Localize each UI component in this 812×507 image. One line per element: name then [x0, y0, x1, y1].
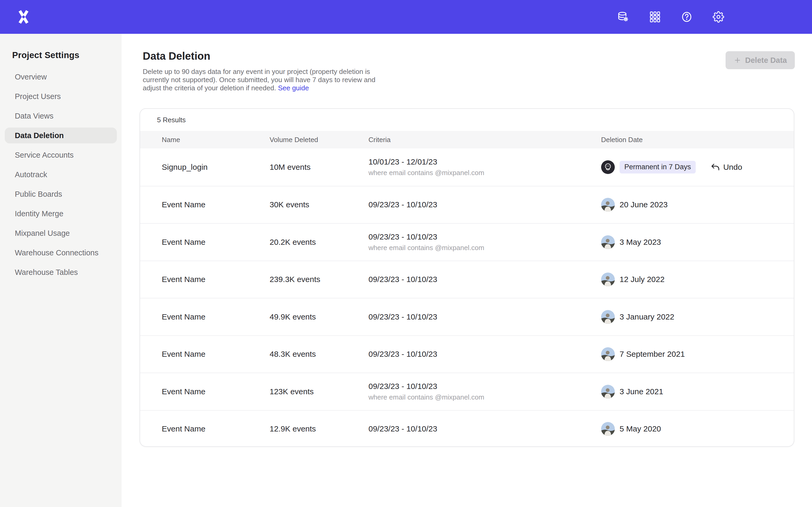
row-name: Signup_login [140, 163, 270, 172]
row-name: Event Name [140, 425, 270, 433]
see-guide-link[interactable]: See guide [278, 84, 309, 92]
sidebar-item-label: Mixpanel Usage [15, 229, 70, 238]
sidebar-item-overview[interactable]: Overview [0, 67, 121, 87]
avatar [601, 160, 615, 174]
row-criteria: 09/23/23 - 10/10/23 [368, 425, 601, 433]
table-row: Event Name 20.2K events 09/23/23 - 10/10… [140, 223, 794, 261]
row-volume: 20.2K events [270, 238, 368, 247]
row-criteria-sub: where email contains @mixpanel.com [368, 393, 601, 401]
row-criteria: 09/23/23 - 10/10/23 [368, 275, 601, 284]
sidebar-item-service-accounts[interactable]: Service Accounts [0, 145, 121, 165]
column-header-criteria: Criteria [368, 136, 601, 144]
mixpanel-logo[interactable] [17, 10, 30, 24]
sidebar-item-label: Autotrack [15, 170, 47, 179]
row-volume: 10M events [270, 163, 368, 172]
avatar [601, 273, 615, 286]
avatar [601, 235, 615, 249]
sidebar-item-warehouse-tables[interactable]: Warehouse Tables [0, 263, 121, 282]
row-criteria: 09/23/23 - 10/10/23 [368, 350, 601, 358]
row-criteria-sub: where email contains @mixpanel.com [368, 169, 601, 177]
sidebar-nav: Overview Project Users Data Views Data D… [0, 67, 121, 282]
deletion-date: 5 May 2020 [620, 425, 661, 433]
main-content: Data Deletion Delete up to 90 days data … [121, 34, 812, 507]
sidebar-item-warehouse-connections[interactable]: Warehouse Connections [0, 243, 121, 263]
results-count: 5 Results [140, 109, 794, 131]
table-body: Signup_login 10M events 10/01/23 - 12/01… [140, 149, 794, 447]
delete-data-label: Delete Data [745, 56, 787, 65]
row-criteria: 09/23/23 - 10/10/23 [368, 313, 601, 321]
column-header-deletion-date: Deletion Date [601, 136, 794, 144]
data-management-icon[interactable] [617, 11, 629, 23]
row-volume: 49.9K events [270, 313, 368, 321]
column-header-name: Name [140, 136, 270, 144]
row-name: Event Name [140, 238, 270, 247]
row-name: Event Name [140, 200, 270, 209]
sidebar-item-project-users[interactable]: Project Users [0, 87, 121, 106]
page-description: Delete up to 90 days data for any event … [143, 68, 380, 92]
table-row: Event Name 239.3K events 09/23/23 - 10/1… [140, 261, 794, 298]
sidebar-item-label: Warehouse Tables [15, 268, 78, 277]
avatar [601, 310, 615, 324]
deletion-date: 3 May 2023 [620, 238, 661, 247]
deletion-date: 3 June 2021 [620, 387, 663, 396]
sidebar-item-public-boards[interactable]: Public Boards [0, 184, 121, 204]
topbar [0, 0, 812, 34]
sidebar: Project Settings Overview Project Users … [0, 34, 121, 507]
deletion-date: 3 January 2022 [620, 313, 674, 321]
row-name: Event Name [140, 275, 270, 284]
sidebar-item-label: Data Deletion [15, 131, 64, 140]
row-volume: 12.9K events [270, 425, 368, 433]
row-volume: 30K events [270, 200, 368, 209]
plus-icon [733, 56, 742, 64]
deletion-table-card: 5 Results Name Volume Deleted Criteria D… [140, 108, 794, 447]
sidebar-item-mixpanel-usage[interactable]: Mixpanel Usage [0, 223, 121, 243]
table-row: Event Name 48.3K events 09/23/23 - 10/10… [140, 335, 794, 373]
row-criteria: 09/23/23 - 10/10/23 [368, 232, 601, 241]
sidebar-item-data-deletion[interactable]: Data Deletion [0, 126, 121, 145]
row-name: Event Name [140, 387, 270, 396]
deletion-date: 12 July 2022 [620, 275, 664, 284]
table-header: Name Volume Deleted Criteria Deletion Da… [140, 131, 794, 149]
sidebar-item-label: Data Views [15, 112, 53, 120]
row-criteria: 10/01/23 - 12/01/23 [368, 157, 601, 166]
help-icon[interactable] [681, 11, 693, 23]
sidebar-item-label: Project Users [15, 92, 61, 101]
delete-data-button[interactable]: Delete Data [725, 51, 795, 69]
row-criteria: 09/23/23 - 10/10/23 [368, 382, 601, 391]
sidebar-item-label: Warehouse Connections [15, 248, 99, 257]
avatar [601, 385, 615, 398]
sidebar-item-autotrack[interactable]: Autotrack [0, 165, 121, 184]
row-volume: 123K events [270, 387, 368, 396]
sidebar-item-label: Overview [15, 73, 47, 81]
deletion-date: 20 June 2023 [620, 200, 668, 209]
sidebar-item-identity-merge[interactable]: Identity Merge [0, 204, 121, 223]
avatar [601, 198, 615, 212]
apps-grid-icon[interactable] [649, 11, 661, 23]
sidebar-item-label: Identity Merge [15, 209, 63, 218]
column-header-volume: Volume Deleted [270, 136, 368, 144]
sidebar-title: Project Settings [12, 50, 121, 60]
table-row: Signup_login 10M events 10/01/23 - 12/01… [140, 149, 794, 186]
status-badge: Permanent in 7 Days [620, 161, 696, 173]
avatar [601, 422, 615, 436]
sidebar-item-label: Public Boards [15, 190, 62, 199]
table-row: Event Name 30K events 09/23/23 - 10/10/2… [140, 186, 794, 223]
row-name: Event Name [140, 350, 270, 358]
page-title: Data Deletion [143, 50, 210, 62]
settings-icon[interactable] [713, 11, 724, 23]
table-row: Event Name 12.9K events 09/23/23 - 10/10… [140, 410, 794, 447]
row-name: Event Name [140, 313, 270, 321]
sidebar-item-data-views[interactable]: Data Views [0, 106, 121, 126]
table-row: Event Name 49.9K events 09/23/23 - 10/10… [140, 298, 794, 335]
undo-icon [711, 162, 720, 172]
row-volume: 239.3K events [270, 275, 368, 284]
table-row: Event Name 123K events 09/23/23 - 10/10/… [140, 373, 794, 410]
sidebar-item-label: Service Accounts [15, 151, 73, 160]
row-volume: 48.3K events [270, 350, 368, 358]
page-description-text: Delete up to 90 days data for any event … [143, 68, 375, 92]
row-criteria: 09/23/23 - 10/10/23 [368, 200, 601, 209]
deletion-date: 7 September 2021 [620, 350, 685, 358]
topbar-icon-group [617, 0, 724, 34]
avatar [601, 347, 615, 361]
undo-button[interactable]: Undo [711, 162, 742, 172]
